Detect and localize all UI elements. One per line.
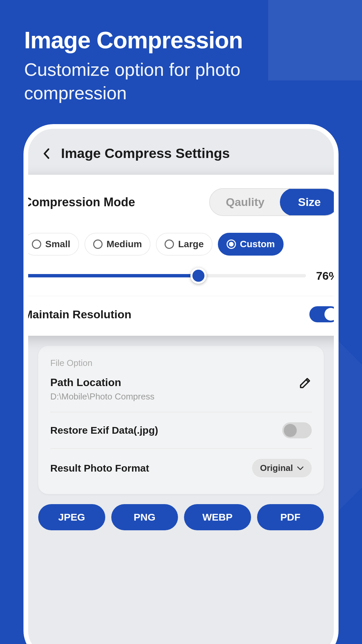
slider-value: 76% [316, 269, 339, 282]
radio-icon [93, 239, 103, 249]
size-small[interactable]: Small [23, 233, 79, 256]
size-options: Small Medium Large Custom [23, 233, 339, 256]
format-webp-button[interactable]: WEBP [184, 504, 251, 530]
exif-toggle[interactable] [282, 422, 312, 438]
file-option-card: File Option Path Location D:\Mobile\Phot… [38, 346, 324, 494]
tab-quality[interactable]: Qaulity [210, 189, 281, 215]
format-buttons: JPEG PNG WEBP PDF [38, 504, 324, 530]
slider-thumb[interactable] [190, 268, 206, 284]
radio-icon [32, 239, 41, 249]
format-dropdown[interactable]: Original [252, 459, 312, 477]
format-pdf-button[interactable]: PDF [257, 504, 324, 530]
hero-subtitle: Customize option for photo compression [24, 58, 338, 105]
back-icon[interactable] [42, 149, 51, 158]
size-label: Medium [107, 239, 142, 250]
maintain-toggle[interactable] [309, 306, 339, 322]
chevron-down-icon [297, 466, 304, 471]
exif-label: Restore Exif Data(.jpg) [50, 425, 158, 436]
size-label: Custom [240, 239, 275, 250]
screen-header: Image Compress Settings [28, 129, 334, 171]
radio-icon [227, 239, 236, 249]
size-label: Large [178, 239, 203, 250]
slider-fill [23, 274, 198, 277]
size-medium[interactable]: Medium [84, 233, 151, 256]
path-value: D:\Mobile\Photo Compress [50, 391, 155, 402]
divider [23, 296, 339, 296]
slider-track [23, 274, 306, 277]
exif-row: Restore Exif Data(.jpg) [50, 412, 312, 449]
mode-segmented: Qaulity Size [209, 188, 339, 216]
maintain-resolution-row: Maintain Resolution [23, 306, 339, 322]
toggle-knob [284, 424, 297, 437]
toggle-knob [324, 308, 337, 321]
compression-slider[interactable] [23, 269, 306, 282]
slider-row: 76% [23, 269, 339, 282]
format-row: Result Photo Format Original [50, 449, 312, 487]
format-png-button[interactable]: PNG [111, 504, 178, 530]
mode-label: Compression Mode [23, 195, 135, 209]
size-custom[interactable]: Custom [218, 233, 284, 256]
maintain-label: Maintain Resolution [23, 308, 131, 321]
path-title: Path Location [50, 376, 155, 389]
size-large[interactable]: Large [156, 233, 212, 256]
mode-row: Compression Mode Qaulity Size [23, 188, 339, 216]
radio-icon [165, 239, 174, 249]
path-row: Path Location D:\Mobile\Photo Compress [50, 376, 312, 412]
format-value: Original [260, 463, 293, 473]
screen-title: Image Compress Settings [61, 146, 230, 161]
tab-size[interactable]: Size [280, 188, 339, 216]
edit-icon[interactable] [298, 376, 312, 390]
format-jpeg-button[interactable]: JPEG [38, 504, 105, 530]
phone-mockup: Image Compress Settings Compression Mode… [23, 124, 339, 644]
format-label: Result Photo Format [50, 463, 149, 474]
file-section-label: File Option [50, 358, 312, 368]
compression-card: Compression Mode Qaulity Size Small Medi… [23, 175, 339, 336]
size-label: Small [45, 239, 70, 250]
